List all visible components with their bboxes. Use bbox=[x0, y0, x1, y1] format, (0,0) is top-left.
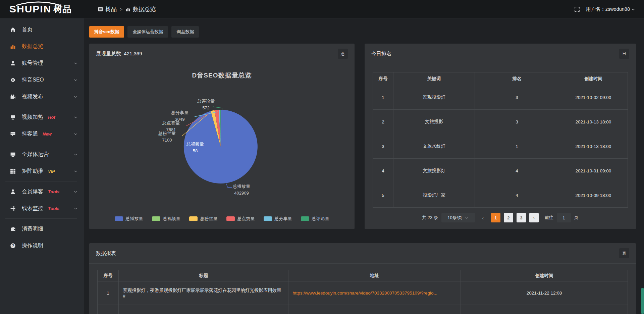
legend-label: 总播放量 bbox=[126, 216, 143, 222]
chevron-down-icon bbox=[465, 216, 469, 220]
sidebar-item-badge: VIP bbox=[48, 169, 55, 174]
user-label: 用户名：zswodun88 bbox=[586, 6, 630, 12]
breadcrumb-current[interactable]: 数据总览 bbox=[125, 5, 156, 13]
page-button-3[interactable]: 3 bbox=[517, 213, 526, 222]
legend-item-总视频量[interactable]: 总视频量 bbox=[152, 216, 180, 222]
legend-item-总粉丝量[interactable]: 总粉丝量 bbox=[189, 216, 218, 222]
page-button-1[interactable]: 1 bbox=[491, 213, 500, 222]
ranking-cell: 2021-10-01 09:00 bbox=[559, 159, 628, 183]
table-row: 3文旅水纹灯12021-10-13 18:00 bbox=[373, 134, 628, 159]
report-badge[interactable]: 表 bbox=[619, 248, 629, 258]
tab-douyin-seo-data[interactable]: 抖音seo数据 bbox=[89, 26, 124, 38]
ranking-cell: 3 bbox=[373, 134, 393, 159]
sidebar-item-label: 账号管理 bbox=[22, 60, 43, 67]
grid-icon bbox=[10, 168, 17, 174]
sidebar-item-video-publish[interactable]: 视频发布 bbox=[0, 88, 84, 105]
sidebar-item-label: 操作说明 bbox=[22, 242, 43, 249]
question-icon: ? bbox=[10, 243, 17, 249]
breadcrumb-root-label: 树品 bbox=[105, 5, 117, 13]
ranking-cell: 2 bbox=[373, 110, 393, 134]
pagination-total: 共 23 条 bbox=[422, 215, 438, 221]
app-logo[interactable]: SHUPIN 树品 bbox=[9, 2, 71, 16]
report-column-header: 标题 bbox=[119, 270, 288, 281]
ranking-table: 序号关键词排名创建时间 1景观投影灯32021-10-02 09:002文旅投影… bbox=[373, 72, 628, 208]
sidebar-item-badge: Tools bbox=[48, 189, 59, 194]
pagination: 共 23 条 10条/页 ‹ 123 › 前往 页 bbox=[365, 213, 636, 222]
goto-label: 前往 bbox=[545, 215, 553, 221]
chevron-down-icon bbox=[631, 7, 635, 11]
report-cell-time: 2021-11-22 12:08 bbox=[461, 281, 628, 305]
chevron-down-icon bbox=[73, 152, 78, 157]
ranking-cell: 文旅投影灯 bbox=[393, 159, 475, 183]
page-number-list: 123 bbox=[491, 213, 526, 222]
sidebar-item-label: 抖客通 bbox=[22, 130, 38, 138]
user-icon bbox=[10, 60, 17, 66]
sidebar-item-home[interactable]: 首页 bbox=[0, 21, 84, 38]
legend-label: 总评论量 bbox=[312, 216, 329, 222]
sidebar-item-badge: Tools bbox=[48, 206, 59, 211]
chevron-down-icon bbox=[73, 115, 78, 119]
sidebar-item-account[interactable]: 账号管理 bbox=[0, 55, 84, 71]
sidebar-item-overview[interactable]: 数据总览 bbox=[0, 38, 84, 55]
page-button-2[interactable]: 2 bbox=[504, 213, 513, 222]
sidebar-item-matrix-boost[interactable]: 矩阵助推VIP bbox=[0, 163, 84, 179]
user-menu[interactable]: 用户名：zswodun88 bbox=[586, 6, 635, 12]
sidebar-item-doukeTong[interactable]: 抖客通New bbox=[0, 125, 84, 142]
scrollbar-thumb[interactable] bbox=[641, 288, 644, 314]
breadcrumb-current-label: 数据总览 bbox=[133, 5, 156, 13]
prev-page-button[interactable]: ‹ bbox=[478, 213, 488, 222]
legend-item-总点赞量[interactable]: 总点赞量 bbox=[226, 216, 255, 222]
page-size-label: 10条/页 bbox=[447, 215, 462, 221]
tab-inquiry-data[interactable]: 询盘数据 bbox=[171, 26, 199, 38]
page-size-select[interactable]: 10条/页 bbox=[441, 213, 475, 222]
ranking-cell: 景观投影灯 bbox=[393, 85, 475, 110]
ranking-panel-title: 今日排名 bbox=[365, 44, 636, 64]
sidebar-item-douyin-seo[interactable]: 抖音SEO bbox=[0, 71, 84, 88]
sidebar-item-label: 全媒体运营 bbox=[22, 151, 49, 158]
ranking-cell: 5 bbox=[373, 183, 393, 208]
ranking-cell: 文旅投影 bbox=[393, 110, 475, 134]
pie-chart[interactable] bbox=[89, 64, 355, 229]
sidebar-item-label: 消费明细 bbox=[22, 225, 43, 232]
chevron-down-icon bbox=[73, 61, 78, 65]
video-camera-icon bbox=[10, 94, 17, 100]
ranking-column-header: 序号 bbox=[373, 72, 393, 85]
report-column-header: 创建时间 bbox=[461, 270, 628, 281]
sidebar-item-label: 线索监控 bbox=[22, 205, 43, 212]
next-page-button[interactable]: › bbox=[529, 213, 539, 222]
pie-chart-area: D音SEO数据量总览 总播放量402909总视频量58总粉丝量7100总点赞量7… bbox=[89, 64, 355, 229]
table-row: 1景观投影灯，夜游景观投影灯厂家展示展示落花灯在花园里的灯光投影应用效果 #ht… bbox=[98, 281, 628, 305]
ranking-cell: 投影灯厂家 bbox=[393, 183, 475, 208]
sidebar-item-help[interactable]: ?操作说明 bbox=[0, 237, 84, 254]
report-link[interactable]: https://www.iesdouyin.com/share/video/70… bbox=[292, 291, 437, 296]
table-row: 4文旅投影灯42021-10-01 09:00 bbox=[373, 159, 628, 183]
ranking-badge[interactable]: 日 bbox=[619, 49, 629, 59]
sidebar-item-consume-detail[interactable]: 消费明细 bbox=[0, 220, 84, 237]
ranking-cell: 3 bbox=[475, 110, 559, 134]
sidebar-item-media-ops[interactable]: 全媒体运营 bbox=[0, 146, 84, 163]
home-icon bbox=[10, 27, 17, 33]
report-panel-title: 数据报表 bbox=[89, 243, 636, 264]
sidebar: 首页数据总览账号管理抖音SEO视频发布视频加热Hot抖客通New全媒体运营矩阵助… bbox=[0, 18, 84, 314]
ranking-cell: 1 bbox=[475, 134, 559, 159]
fullscreen-icon[interactable] bbox=[574, 6, 580, 12]
legend-item-总评论量[interactable]: 总评论量 bbox=[301, 216, 329, 222]
report-column-header: 地址 bbox=[288, 270, 461, 281]
sidebar-menu: 首页数据总览账号管理抖音SEO视频发布视频加热Hot抖客通New全媒体运营矩阵助… bbox=[0, 18, 84, 254]
report-panel: 数据报表 表 序号标题地址创建时间 1景观投影灯，夜游景观投影灯厂家展示展示落花… bbox=[89, 243, 636, 314]
data-tabs: 抖音seo数据全媒体运营数据询盘数据 bbox=[89, 26, 202, 38]
breadcrumb-root[interactable]: 树品 bbox=[98, 5, 117, 13]
tab-media-ops-data[interactable]: 全媒体运营数据 bbox=[127, 26, 168, 38]
legend-item-总播放量[interactable]: 总播放量 bbox=[115, 216, 143, 222]
goto-page-input[interactable] bbox=[557, 213, 571, 222]
overview-badge[interactable]: 总 bbox=[338, 49, 348, 59]
ranking-cell: 2021-10-02 09:00 bbox=[559, 85, 628, 110]
sidebar-item-clue-monitor[interactable]: 线索监控Tools bbox=[0, 200, 84, 217]
table-row: 2文旅投影32021-10-13 18:00 bbox=[373, 110, 628, 134]
ranking-panel: 今日排名 日 序号关键词排名创建时间 1景观投影灯32021-10-02 09:… bbox=[365, 44, 636, 229]
sidebar-item-member-burst[interactable]: 会员爆客Tools bbox=[0, 183, 84, 200]
sidebar-item-video-heat[interactable]: 视频加热Hot bbox=[0, 109, 84, 125]
ranking-cell: 3 bbox=[475, 85, 559, 110]
ranking-cell: 4 bbox=[475, 183, 559, 208]
legend-item-总分享量[interactable]: 总分享量 bbox=[264, 216, 292, 222]
